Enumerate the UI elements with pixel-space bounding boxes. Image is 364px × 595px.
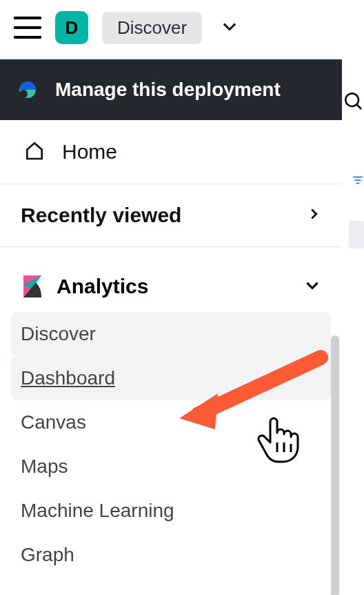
analytics-title: Analytics <box>57 275 148 298</box>
breadcrumb-current[interactable]: Discover <box>102 12 202 44</box>
chevron-right-icon <box>306 206 321 224</box>
kibana-icon <box>23 275 41 298</box>
chevron-down-icon <box>303 276 321 297</box>
recently-viewed-label: Recently viewed <box>21 204 181 227</box>
svg-point-5 <box>19 90 28 98</box>
manage-deployment-label: Manage this deployment <box>55 79 281 101</box>
nav-item-graph[interactable]: Graph <box>11 533 331 577</box>
analytics-items: Discover Dashboard Canvas Maps Machine L… <box>0 312 342 577</box>
hamburger-menu-button[interactable] <box>14 17 41 39</box>
top-bar: D Discover <box>0 0 364 55</box>
svg-line-1 <box>356 104 361 109</box>
analytics-section-toggle[interactable]: Analytics <box>0 268 342 312</box>
elastic-cloud-icon <box>17 79 39 101</box>
breadcrumb-chevron-icon[interactable] <box>220 17 239 39</box>
nav-item-machine-learning[interactable]: Machine Learning <box>11 489 331 533</box>
nav-section-analytics: Analytics Discover Dashboard Canvas Maps… <box>0 247 342 577</box>
svg-point-0 <box>345 93 358 106</box>
search-icon[interactable] <box>342 90 364 115</box>
manage-deployment-link[interactable]: Manage this deployment <box>0 59 342 120</box>
filter-icon[interactable] <box>352 174 364 189</box>
space-letter: D <box>65 17 79 39</box>
breadcrumb-label: Discover <box>117 17 187 38</box>
nav-item-discover[interactable]: Discover <box>11 312 331 356</box>
nav-item-canvas[interactable]: Canvas <box>11 400 331 445</box>
nav-home[interactable]: Home <box>0 120 342 184</box>
panel-edge <box>349 221 364 248</box>
nav-item-dashboard[interactable]: Dashboard <box>11 356 331 400</box>
space-selector[interactable]: D <box>55 11 88 44</box>
home-icon <box>23 139 46 164</box>
nav-home-label: Home <box>62 140 117 164</box>
nav-panel: Manage this deployment Home Recently vie… <box>0 59 342 595</box>
nav-recently-viewed[interactable]: Recently viewed <box>0 184 342 247</box>
nav-item-maps[interactable]: Maps <box>11 445 331 489</box>
scrollbar-thumb[interactable] <box>331 335 339 595</box>
